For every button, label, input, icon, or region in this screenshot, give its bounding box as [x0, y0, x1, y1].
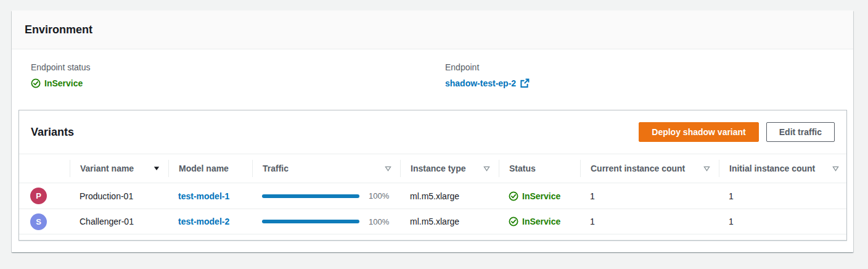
endpoint-label: Endpoint	[445, 62, 530, 72]
environment-summary: Endpoint status InService Endpoint shado…	[12, 49, 853, 110]
status-cell: InService	[499, 191, 580, 201]
traffic-percent-label: 100%	[369, 217, 389, 226]
sort-toggle-icon[interactable]	[832, 166, 839, 172]
column-header-variant-name[interactable]: Variant name	[70, 160, 168, 177]
status-text: InService	[522, 191, 560, 201]
check-circle-icon	[509, 217, 518, 226]
traffic-percent-label: 100%	[369, 191, 389, 201]
endpoint-field: Endpoint shadow-test-ep-2	[445, 62, 530, 88]
column-header-traffic[interactable]: Traffic	[252, 160, 400, 177]
environment-title: Environment	[25, 23, 92, 36]
endpoint-status-label: Endpoint status	[31, 62, 91, 72]
model-link[interactable]: test-model-2	[178, 217, 229, 226]
column-header-initial-instance-count[interactable]: Initial instance count	[719, 160, 848, 177]
variants-panel: Variants Deploy shadow variant Edit traf…	[18, 110, 847, 241]
instance-type-cell: ml.m5.xlarge	[400, 191, 499, 201]
column-header-model-name: Model name	[168, 160, 252, 177]
variant-badge-cell: S	[19, 213, 70, 230]
variants-table-header: Variant name Model name Traffic Instance…	[19, 154, 846, 183]
column-header-status: Status	[499, 160, 580, 177]
initial-instance-count-cell: 1	[719, 217, 848, 226]
deploy-shadow-variant-button[interactable]: Deploy shadow variant	[639, 122, 758, 142]
endpoint-status-field: Endpoint status InService	[31, 62, 91, 88]
variant-badge-cell: P	[19, 188, 70, 204]
endpoint-status-value: InService	[44, 78, 83, 88]
variants-actions: Deploy shadow variant Edit traffic	[639, 122, 835, 142]
edit-traffic-button[interactable]: Edit traffic	[766, 122, 835, 142]
endpoint-link[interactable]: shadow-test-ep-2	[445, 78, 530, 88]
model-link[interactable]: test-model-1	[178, 191, 229, 201]
variants-panel-header: Variants Deploy shadow variant Edit traf…	[19, 110, 846, 154]
column-header-current-instance-count[interactable]: Current instance count	[580, 160, 719, 177]
traffic-cell: 100%	[252, 191, 400, 201]
sort-toggle-icon[interactable]	[385, 166, 391, 172]
check-circle-icon	[509, 191, 518, 201]
current-instance-count-cell: 1	[580, 217, 719, 226]
environment-card-header: Environment	[12, 10, 853, 49]
traffic-cell: 100%	[252, 217, 400, 226]
variant-name-cell: Challenger-01	[70, 217, 168, 226]
endpoint-link-text: shadow-test-ep-2	[445, 78, 516, 88]
sort-toggle-icon[interactable]	[703, 166, 710, 172]
sort-toggle-icon[interactable]	[483, 166, 490, 172]
traffic-bar-track	[262, 194, 359, 198]
status-cell: InService	[499, 217, 580, 226]
environment-card: Environment Endpoint status InService En…	[12, 10, 853, 252]
sort-descending-icon[interactable]	[154, 166, 160, 171]
shadow-variant-badge: S	[30, 213, 47, 230]
external-link-icon	[520, 78, 530, 88]
current-instance-count-cell: 1	[580, 191, 719, 201]
column-header-instance-type[interactable]: Instance type	[400, 160, 499, 177]
traffic-bar-track	[262, 220, 359, 223]
variants-title: Variants	[31, 126, 74, 139]
traffic-bar	[262, 220, 359, 223]
production-variant-badge: P	[30, 188, 47, 204]
check-circle-icon	[31, 78, 41, 88]
column-header-badge	[19, 160, 70, 177]
table-row-challenger: S Challenger-01 test-model-2 100% ml.m5.…	[19, 209, 846, 234]
table-row-production: P Production-01 test-model-1 100% ml.m5.…	[19, 183, 846, 209]
initial-instance-count-cell: 1	[719, 191, 848, 201]
variant-name-cell: Production-01	[70, 191, 168, 201]
instance-type-cell: ml.m5.xlarge	[400, 217, 499, 226]
status-text: InService	[522, 217, 560, 226]
traffic-bar	[262, 194, 359, 198]
